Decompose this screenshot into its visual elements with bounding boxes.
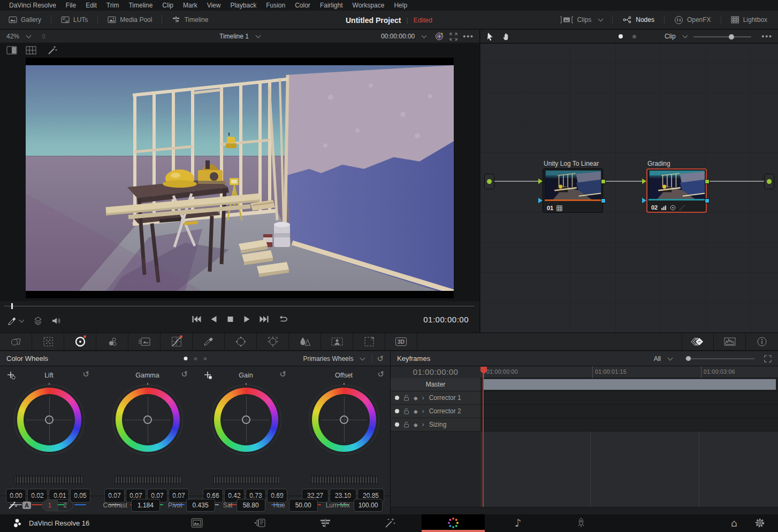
menu-view[interactable]: View xyxy=(202,0,226,11)
keyframe-diamond-icon[interactable]: ◆ xyxy=(414,408,418,414)
menu-trim[interactable]: Trim xyxy=(102,0,124,11)
tracker-tab[interactable] xyxy=(257,333,289,350)
wheels-mode-dropdown[interactable]: Primaries Wheels xyxy=(300,355,368,363)
track-enable-dot[interactable] xyxy=(395,422,399,427)
grab-still-eyedropper-icon[interactable] xyxy=(7,317,17,326)
enhance-wand-icon[interactable] xyxy=(47,45,58,56)
hue-value[interactable]: 50.00 xyxy=(289,499,318,512)
media-page-button[interactable] xyxy=(187,516,207,530)
menu-playback[interactable]: Playback xyxy=(225,0,261,11)
nodes-button[interactable]: Nodes xyxy=(619,16,658,24)
gamma-reset-icon[interactable]: ↺ xyxy=(181,370,188,378)
selection-cursor-icon[interactable] xyxy=(486,32,494,41)
expand-keyframes-icon[interactable] xyxy=(764,355,772,363)
node1-key-output[interactable] xyxy=(601,198,606,203)
node-zoom-slider[interactable] xyxy=(693,36,751,37)
node-mode-dropdown[interactable]: Clip xyxy=(661,33,690,40)
offset-reset-icon[interactable]: ↺ xyxy=(377,370,384,378)
color-page-button[interactable] xyxy=(444,516,463,530)
expand-track-chevron[interactable]: › xyxy=(422,407,424,415)
node2-key-input[interactable] xyxy=(642,198,646,203)
color-match-tab[interactable] xyxy=(32,333,64,350)
highlight-dot-active[interactable] xyxy=(619,34,623,38)
keyframes-filter-dropdown[interactable]: All xyxy=(651,355,675,363)
info-panel-toggle[interactable] xyxy=(746,333,778,350)
wheel-page-1-tab[interactable]: 1 xyxy=(42,500,58,511)
page-dot[interactable] xyxy=(203,357,207,360)
scopes-panel-toggle[interactable] xyxy=(714,333,746,350)
color-enhance-icon[interactable] xyxy=(434,32,444,41)
viewer-timeline-dropdown[interactable]: Timeline 1 xyxy=(216,33,263,40)
node-graph[interactable]: Unity Log To Linear 01 Grading 02 xyxy=(480,44,778,333)
scrub-playhead[interactable] xyxy=(11,303,13,309)
keyframes-zoom-slider[interactable] xyxy=(685,358,754,359)
menu-edit[interactable]: Edit xyxy=(81,0,102,11)
menu-clip[interactable]: Clip xyxy=(157,0,178,11)
deliver-page-button[interactable] xyxy=(571,516,591,530)
offset-master-wheel[interactable] xyxy=(309,476,378,484)
track-row-corrector2[interactable]: ◆ › Corrector 2 xyxy=(391,405,778,418)
keyframes-playhead-line[interactable] xyxy=(483,374,484,507)
menu-file[interactable]: File xyxy=(61,0,81,11)
lift-color-wheel[interactable] xyxy=(14,384,85,455)
lift-master-wheel[interactable] xyxy=(14,476,83,484)
offset-color-wheel[interactable] xyxy=(309,384,379,455)
gain-master-wheel[interactable] xyxy=(211,476,280,484)
stop-button[interactable] xyxy=(226,315,235,323)
key-tab[interactable] xyxy=(321,333,353,350)
fusion-page-button[interactable] xyxy=(380,516,400,530)
keyframes-ruler[interactable]: 01:00:00:00 01:00:00:00 01:00:01:15 01:0… xyxy=(391,366,778,378)
gallery-button[interactable]: Gallery xyxy=(5,16,44,24)
timeline-button[interactable]: Timeline xyxy=(169,16,211,24)
track-row-sizing[interactable]: ◆ › Sizing xyxy=(391,418,778,431)
expand-track-chevron[interactable]: › xyxy=(422,394,424,402)
keyframes-playhead-marker[interactable] xyxy=(480,366,487,375)
power-windows-tab[interactable] xyxy=(225,333,257,350)
media-pool-button[interactable]: Media Pool xyxy=(104,16,155,24)
gain-reset-icon[interactable]: ↺ xyxy=(279,370,286,378)
grid-view-toggle-icon[interactable] xyxy=(26,46,36,55)
cut-page-button[interactable] xyxy=(251,516,270,530)
gamma-color-wheel[interactable] xyxy=(112,384,183,455)
pivot-value[interactable]: 0.435 xyxy=(186,499,215,512)
source-node[interactable] xyxy=(484,174,494,189)
sizing-tab[interactable] xyxy=(353,333,385,350)
node2-rgb-output[interactable] xyxy=(705,179,710,184)
menu-timeline[interactable]: Timeline xyxy=(124,0,157,11)
camera-raw-tab[interactable] xyxy=(0,333,32,350)
wipe-modes-icon[interactable] xyxy=(33,316,43,326)
expand-viewer-icon[interactable] xyxy=(449,33,457,41)
gamma-master-wheel[interactable] xyxy=(113,476,181,484)
pan-hand-icon[interactable] xyxy=(502,32,511,41)
node1-rgb-output[interactable] xyxy=(601,179,606,184)
lock-icon[interactable] xyxy=(403,395,409,401)
viewer-timecode-dropdown[interactable]: 00:00:00:00 xyxy=(378,33,429,40)
keyframes-zoom-handle[interactable] xyxy=(686,356,691,361)
track-row-master[interactable]: Master xyxy=(391,378,778,391)
node-zoom-slider-handle[interactable] xyxy=(729,34,734,40)
highlight-dot[interactable] xyxy=(632,35,636,38)
keyframe-diamond-icon[interactable]: ◆ xyxy=(414,395,418,401)
page-dot-active[interactable] xyxy=(184,357,187,360)
qualifier-tab[interactable] xyxy=(193,333,225,350)
viewer-options-menu[interactable]: ••• xyxy=(463,32,474,41)
stereo-3d-tab[interactable]: 3D xyxy=(385,333,417,350)
lum-mix-value[interactable]: 100.00 xyxy=(354,499,383,512)
node2-key-output[interactable] xyxy=(705,198,710,203)
openfx-button[interactable]: OpenFX xyxy=(671,16,714,25)
blur-tab[interactable] xyxy=(289,333,321,350)
gain-color-wheel[interactable] xyxy=(211,384,281,455)
play-reverse-button[interactable] xyxy=(210,315,218,323)
node1-rgb-input[interactable] xyxy=(538,179,543,184)
contrast-value[interactable]: 1.184 xyxy=(131,499,160,512)
clips-button[interactable]: Clips xyxy=(556,16,606,24)
master-track-bar[interactable] xyxy=(483,379,776,390)
lightbox-button[interactable]: Lightbox xyxy=(728,16,771,24)
menu-fusion[interactable]: Fusion xyxy=(261,0,290,11)
keyframe-editor-area[interactable] xyxy=(480,431,778,507)
page-dot[interactable] xyxy=(194,357,197,360)
menu-fairlight[interactable]: Fairlight xyxy=(315,0,348,11)
color-wheels-tab[interactable] xyxy=(64,333,96,350)
loop-button[interactable] xyxy=(278,315,288,323)
menu-workspace[interactable]: Workspace xyxy=(348,0,390,11)
